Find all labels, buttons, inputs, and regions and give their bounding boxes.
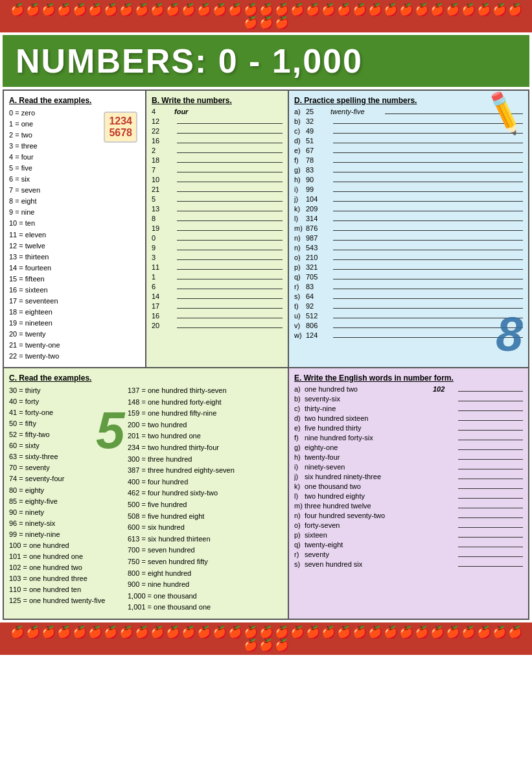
apple-icon: 🍎 — [135, 4, 149, 16]
answer-line[interactable] — [333, 250, 523, 250]
answer-line[interactable] — [458, 566, 523, 567]
write-row: 4 four — [152, 108, 283, 115]
answer-line[interactable] — [333, 182, 523, 182]
answer-line[interactable] — [333, 172, 523, 172]
list-item: 10 = ten — [9, 218, 140, 229]
answer-line[interactable] — [177, 298, 283, 299]
answer-line[interactable] — [333, 269, 523, 270]
answer-line[interactable] — [177, 250, 283, 250]
answer-line[interactable] — [333, 318, 523, 318]
write-number: 22 — [152, 127, 174, 135]
write-row: 14 — [152, 292, 283, 300]
top-apple-border: 🍎 🍎 🍎 🍎 🍎 🍎 🍎 🍎 🍎 🍎 🍎 🍎 🍎 🍎 🍎 🍎 🍎 🍎 🍎 🍎 … — [0, 0, 532, 32]
answer-line[interactable] — [177, 201, 283, 202]
answer-line[interactable] — [333, 191, 523, 192]
answer-line[interactable] — [458, 517, 523, 518]
number-8-decoration: 8 — [496, 306, 523, 362]
answer-line[interactable] — [458, 459, 523, 460]
answer-line[interactable] — [333, 240, 523, 241]
answer-line[interactable] — [333, 327, 523, 328]
answer-line[interactable] — [458, 410, 523, 411]
answer-line[interactable] — [333, 143, 523, 143]
apple-icon: 🍎 — [135, 626, 149, 638]
spell-label: l) — [294, 215, 306, 222]
list-item: 234 = two hundred thirty-four — [128, 442, 283, 454]
answer-line[interactable] — [333, 289, 523, 289]
e-text: one hundred two — [305, 385, 433, 393]
answer-line[interactable] — [458, 537, 523, 538]
spell-label: c) — [294, 127, 306, 135]
answer-line[interactable] — [177, 220, 283, 221]
answer-line[interactable] — [177, 172, 283, 172]
write-number: 21 — [152, 185, 174, 193]
answer-line[interactable] — [333, 211, 523, 211]
answer-line[interactable] — [177, 230, 283, 231]
answer-line[interactable] — [177, 133, 283, 134]
answer-line[interactable] — [458, 508, 523, 508]
write-number: 11 — [152, 263, 174, 271]
e-label: p) — [294, 531, 305, 539]
answer-line[interactable] — [177, 327, 283, 328]
list-item: 462 = four hundred sixty-two — [128, 488, 283, 499]
answer-line[interactable] — [177, 259, 283, 260]
answer-line[interactable] — [177, 240, 283, 241]
answer-line[interactable] — [333, 152, 523, 153]
answer-line[interactable] — [458, 440, 523, 440]
answer-line[interactable] — [177, 143, 283, 143]
spell-label: g) — [294, 166, 306, 174]
answer-line[interactable] — [333, 337, 523, 338]
e-row: n)four hundred seventy-two — [294, 512, 523, 519]
answer-line[interactable] — [458, 479, 523, 479]
answer-line[interactable] — [177, 308, 283, 309]
list-item: 16 = sixteen — [9, 285, 140, 296]
e-text: twenty-four — [305, 453, 456, 461]
apple-icon: 🍎 — [430, 626, 445, 638]
answer-line[interactable] — [333, 259, 523, 260]
list-item: 11 = eleven — [9, 230, 140, 241]
answer-line[interactable] — [458, 401, 523, 401]
list-item: 70 = seventy — [9, 462, 122, 473]
apple-icon: 🍎 — [259, 4, 273, 16]
answer-line[interactable] — [177, 269, 283, 270]
answer-line[interactable] — [458, 430, 523, 431]
answer-line[interactable] — [177, 191, 283, 192]
answer-line[interactable] — [177, 162, 283, 163]
answer-line[interactable] — [177, 182, 283, 182]
answer-line[interactable] — [458, 469, 523, 469]
answer-line[interactable] — [333, 133, 523, 134]
answer-line[interactable] — [458, 449, 523, 450]
apple-icon: 🍎 — [244, 639, 258, 651]
apple-icon: 🍎 — [228, 626, 242, 638]
answer-line[interactable] — [333, 220, 523, 221]
list-item: 1,001 = one thousand one — [128, 602, 283, 613]
apple-icon: 🍎 — [73, 4, 87, 16]
answer-line[interactable] — [458, 391, 523, 392]
answer-line[interactable] — [458, 556, 523, 557]
answer-line[interactable] — [177, 318, 283, 318]
e-label: l) — [294, 492, 305, 500]
answer-line[interactable] — [458, 488, 523, 489]
answer-line[interactable] — [458, 420, 523, 421]
answer-line[interactable] — [333, 201, 523, 202]
answer-line[interactable] — [333, 230, 523, 231]
spell-number: 543 — [306, 244, 330, 252]
answer-line[interactable] — [333, 279, 523, 279]
answer-line[interactable] — [177, 289, 283, 289]
answer-line[interactable] — [177, 279, 283, 279]
answer-line[interactable] — [333, 308, 523, 309]
write-row: 11 — [152, 263, 283, 271]
spell-row: m)876 — [294, 224, 523, 232]
answer-line[interactable] — [177, 211, 283, 211]
spell-row: h)90 — [294, 176, 523, 184]
spell-row: s)64 — [294, 292, 523, 300]
answer-line[interactable] — [177, 123, 283, 124]
answer-line[interactable] — [458, 527, 523, 528]
answer-line[interactable] — [177, 152, 283, 153]
answer-line[interactable] — [458, 547, 523, 547]
spell-number: 92 — [306, 302, 330, 310]
answer-line[interactable] — [333, 162, 523, 163]
answer-line[interactable] — [333, 298, 523, 299]
answer-line[interactable] — [458, 498, 523, 499]
e-text: two hundred eighty — [305, 492, 456, 500]
list-item: 7 = seven — [9, 185, 140, 196]
